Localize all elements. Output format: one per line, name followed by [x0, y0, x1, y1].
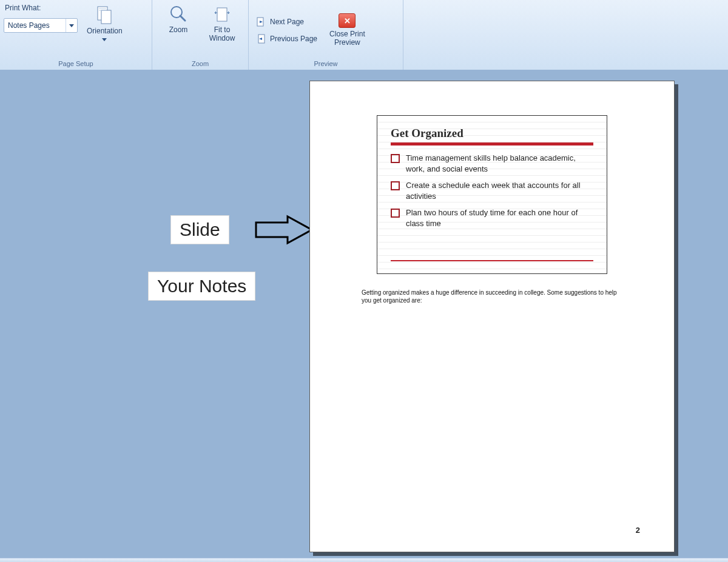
bullet-icon	[391, 181, 400, 190]
next-page-icon	[255, 16, 266, 27]
close-icon: ✕	[339, 13, 356, 28]
preview-workspace: Slide Your Notes Get Organized Time mana…	[0, 70, 728, 558]
zoom-icon	[169, 4, 188, 24]
print-what-label: Print What:	[5, 4, 78, 12]
slide-bullet: Time management skills help balance acad…	[391, 153, 593, 174]
slide-bullet: Plan two hours of study time for each on…	[391, 207, 593, 229]
slide-bullet: Create a schedule each week that account…	[391, 180, 593, 201]
notes-text: Getting organized makes a huge differenc…	[362, 289, 622, 304]
slide-thumbnail: Get Organized Time management skills hel…	[377, 115, 607, 274]
group-title-page-setup: Page Setup	[4, 58, 148, 70]
status-bar	[0, 558, 728, 562]
svg-line-5	[180, 16, 185, 21]
fit-to-window-button[interactable]: Fit to Window	[203, 2, 241, 45]
zoom-button[interactable]: Zoom	[159, 2, 198, 36]
orientation-icon	[94, 4, 115, 25]
arrow-to-slide-icon	[254, 214, 314, 246]
page-preview: Get Organized Time management skills hel…	[309, 81, 675, 552]
ribbon: Print What: Notes Pages Orientation	[0, 0, 728, 70]
chevron-down-icon	[102, 38, 107, 41]
slide-title-underline	[391, 142, 593, 146]
fit-to-window-icon	[212, 4, 232, 24]
print-what-dropdown[interactable]: Notes Pages	[4, 18, 78, 33]
group-title-zoom: Zoom	[156, 58, 244, 70]
slide-footer-line	[391, 260, 593, 261]
group-title-preview: Preview	[252, 58, 399, 70]
previous-page-button[interactable]: Previous Page	[252, 32, 320, 46]
group-zoom: Zoom Fit to Window Zoom	[152, 0, 249, 70]
bullet-icon	[391, 209, 400, 218]
previous-page-icon	[255, 33, 266, 44]
bullet-icon	[391, 154, 400, 163]
slide-bullets: Time management skills help balance acad…	[391, 153, 593, 229]
svg-rect-1	[101, 10, 111, 24]
annotation-notes-label: Your Notes	[148, 272, 255, 301]
svg-rect-6	[217, 8, 227, 21]
page-number: 2	[636, 526, 640, 535]
close-print-preview-button[interactable]: ✕ Close Print Preview	[325, 12, 369, 49]
group-preview: Next Page Previous Page ✕ Close Print Pr…	[249, 0, 403, 70]
orientation-button[interactable]: Orientation	[83, 2, 127, 43]
print-what-value: Notes Pages	[4, 21, 66, 30]
annotation-slide-label: Slide	[170, 215, 229, 244]
slide-title: Get Organized	[391, 127, 593, 140]
dropdown-arrow-icon	[66, 19, 77, 32]
next-page-button[interactable]: Next Page	[252, 15, 320, 29]
group-page-setup: Print What: Notes Pages Orientation	[0, 0, 152, 70]
